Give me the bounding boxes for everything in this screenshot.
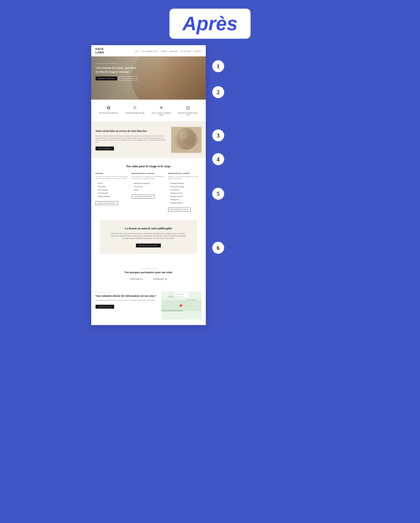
list-item: Deep-Tissue massage — [168, 185, 201, 188]
feature-text-0: Plus de 15 ans d'expérience — [99, 112, 118, 114]
list-item: Jet Peel — [96, 182, 129, 185]
service-massage-visage-list: Massage du visage liftant Gua Sha Pulp K… — [132, 182, 165, 191]
service-massage-visage-desc: Nous proposons des massages pour le visa… — [132, 176, 165, 180]
list-item: LGP Endermolift — [96, 191, 129, 195]
about-image — [171, 127, 201, 153]
service-visage-title: VISAGE — [96, 172, 129, 174]
svg-point-1 — [177, 128, 196, 150]
service-visage-list: Jet Peel Lifting naturel Soins Celasteti… — [96, 182, 129, 198]
partners-section: COLLABORATIONS Nos marques partenaires p… — [91, 262, 206, 286]
partners-logos: celestetic. valmont ψ — [96, 277, 201, 281]
list-item: Lifting naturel — [96, 185, 129, 188]
num-label-2: 2 — [212, 86, 224, 98]
service-col-visage: VISAGE Chacune de nos techniques répond … — [96, 172, 129, 212]
service-massage-corps-title: MASSAGE DU CORPS — [168, 172, 201, 174]
list-item: Massage dos — [168, 198, 201, 201]
feature-item-2: ☀ Soins sur mesure, adaptés à chacun — [152, 105, 171, 116]
services-section: Nos soins pour le visage et le corps VIS… — [91, 158, 206, 218]
map-placeholder: ▾ Face Labo - Morges Morges, Switzerland — [161, 292, 201, 320]
map-image: ▾ Face Labo - Morges Morges, Switzerland — [161, 292, 201, 320]
feature-icon-2: ☀ — [159, 105, 164, 111]
svg-point-3 — [179, 131, 187, 140]
svg-rect-9 — [161, 310, 183, 311]
service-col-massage-visage: MASSAGE DU VISAGE Nous proposons des mas… — [132, 172, 165, 212]
service-massage-corps-desc: Découvrez notre gamme de massages pour l… — [168, 176, 201, 180]
partner-logo-celestetic: celestetic. — [130, 277, 144, 281]
service-massage-corps-list: Drainage lymphatique Deep-Tissue massage… — [168, 182, 201, 204]
num-label-3: 3 — [212, 130, 224, 141]
list-item: Photobiomodulation — [96, 195, 129, 198]
contact-eyebrow: BESOIN DE SOINS — [96, 292, 157, 293]
nav-item-visage[interactable]: VISAGE — [161, 49, 167, 53]
contact-section: BESOIN DE SOINS Vous souhaitez obtenir d… — [91, 286, 206, 325]
site-logo: FACE LABO — [96, 47, 104, 54]
feature-item-1: ⚛ Technique anti-âge naturelle — [125, 105, 144, 116]
svg-text:▾: ▾ — [181, 305, 181, 307]
partner-logo-valmont: valmont ψ — [153, 277, 167, 281]
contact-text: BESOIN DE SOINS Vous souhaitez obtenir d… — [96, 292, 157, 309]
feature-item-3: ⊟ Bilan lors du premier rendez-vous — [178, 105, 198, 116]
philosophy-wrapper: La beauté au naturel, notre philosophie … — [91, 218, 206, 262]
services-grid: VISAGE Chacune de nos techniques répond … — [96, 172, 201, 212]
about-section: Notre savoir-faire au service de votre b… — [91, 122, 206, 158]
list-item: Gua Sha Pulp — [132, 185, 165, 188]
hero-title: Votre institut de beauté, spécialisé en … — [96, 66, 139, 74]
list-item: Soins Celastetic — [96, 188, 129, 191]
contact-button[interactable]: CONTACTEZ-NOUS — [96, 305, 114, 309]
list-item: Massage BodyFace — [168, 201, 201, 204]
features-row: ✿ Plus de 15 ans d'expérience ⚛ Techniqu… — [91, 100, 206, 122]
reserve-button[interactable]: RÉSERVEZ VOTRE SOIN — [96, 76, 117, 80]
services-title: Nos soins pour le visage et le corps — [96, 165, 201, 168]
feature-icon-0: ✿ — [107, 105, 110, 111]
philosophy-body: Dans notre institut, nous avons au cœur … — [111, 232, 186, 239]
list-item: Massage ventre plat — [168, 195, 201, 198]
website-frame: FACE LABO HOME QUI SOMMES-NOUS VISAGE MA… — [91, 45, 206, 325]
contact-body: Nous sommes à votre disposition pour rép… — [96, 299, 157, 302]
site-nav: FACE LABO HOME QUI SOMMES-NOUS VISAGE MA… — [91, 45, 206, 57]
service-visage-desc: Chacune de nos techniques répond à vos p… — [96, 176, 129, 180]
svg-rect-0 — [171, 127, 201, 153]
num-label-1: 1 — [212, 60, 224, 72]
numbered-labels: 1 2 3 4 5 6 — [212, 45, 224, 268]
partners-title: Nos marques partenaires pour nos soins — [96, 270, 201, 274]
feature-text-1: Technique anti-âge naturelle — [125, 112, 144, 114]
service-col-massage-corps: MASSAGE DU CORPS Découvrez notre gamme d… — [168, 172, 201, 212]
about-text: Notre savoir-faire au service de votre b… — [96, 129, 167, 150]
nav-item-contact[interactable]: CONTACT — [193, 49, 201, 53]
num-label-6: 6 — [212, 242, 224, 254]
nav-item-home[interactable]: HOME — [134, 49, 139, 53]
svg-point-2 — [182, 130, 195, 145]
hero-buttons: RÉSERVEZ VOTRE SOIN CONTACTEZ-NOUS — [96, 76, 139, 80]
contact-hero-button[interactable]: CONTACTEZ-NOUS — [119, 76, 137, 80]
apres-title: Après — [182, 13, 238, 35]
feature-text-2: Soins sur mesure, adaptés à chacun — [152, 112, 171, 116]
list-item: Massage du visage liftant — [132, 182, 165, 185]
nav-item-massage[interactable]: MASSAGE — [169, 49, 178, 53]
num-label-4: 4 — [212, 153, 224, 165]
about-body: Fondée sur la beauté, plusieurs kinésith… — [96, 135, 167, 143]
list-item: Kobido — [132, 188, 165, 191]
svg-rect-8 — [185, 299, 196, 301]
list-item: Drainage lymphatique — [168, 182, 201, 185]
nav-item-actu[interactable]: ACTUALITÉS — [181, 49, 191, 53]
feature-icon-1: ⚛ — [133, 105, 137, 111]
hero-section: CENTRE DE SOIN À MORGES Votre institut d… — [91, 57, 206, 100]
feature-icon-3: ⊟ — [186, 105, 190, 111]
philosophy-button[interactable]: DEMANDEZ NOUS CONSEIL — [136, 244, 161, 247]
nav-links: HOME QUI SOMMES-NOUS VISAGE MASSAGE ACTU… — [134, 49, 201, 53]
feature-item-0: ✿ Plus de 15 ans d'expérience — [99, 105, 118, 116]
partners-eyebrow: COLLABORATIONS — [96, 268, 201, 269]
service-massage-visage-title: MASSAGE DU VISAGE — [132, 172, 165, 174]
hero-eyebrow: CENTRE DE SOIN À MORGES — [96, 63, 139, 64]
nav-item-qui[interactable]: QUI SOMMES-NOUS — [142, 49, 158, 53]
hero-content: CENTRE DE SOIN À MORGES Votre institut d… — [96, 63, 139, 80]
num-label-5: 5 — [212, 188, 224, 200]
massage-visage-discover-button[interactable]: DÉCOUVREZ NOS SOINS — [132, 195, 154, 199]
list-item: Massage du monde — [168, 191, 201, 195]
massage-corps-discover-button[interactable]: DÉCOUVREZ NOS SOINS — [168, 208, 191, 212]
list-item: Tui-Na Minceur — [168, 188, 201, 191]
about-title: Notre savoir-faire au service de votre b… — [96, 129, 167, 133]
apres-badge: Après — [169, 9, 251, 39]
about-button[interactable]: NOUS CONNAÎTRE — [96, 147, 114, 150]
visage-discover-button[interactable]: DÉCOUVREZ NOS SOINS — [96, 201, 118, 205]
